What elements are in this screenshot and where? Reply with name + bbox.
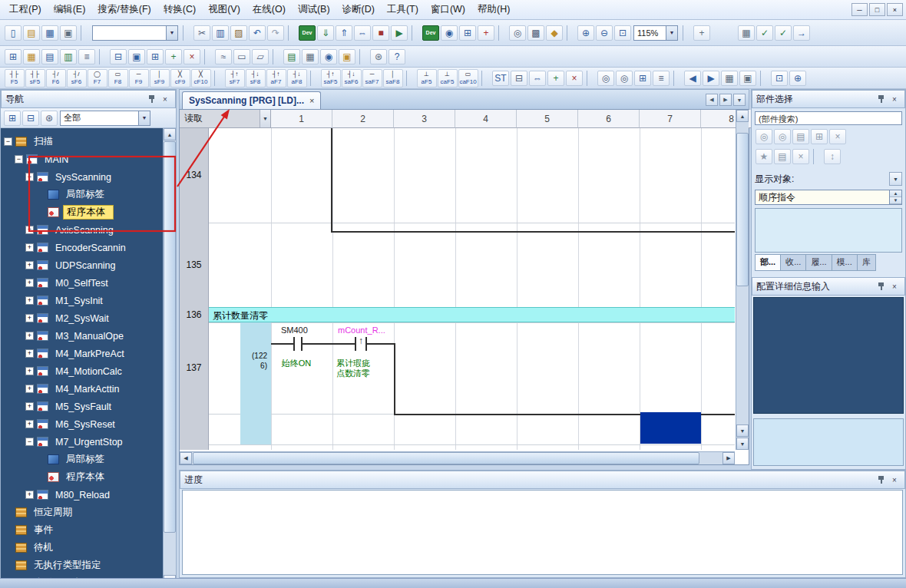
- tab-sysscanning[interactable]: SysScanning [PRG] [LD]... ×: [182, 91, 321, 109]
- invert-result-icon[interactable]: ─saF7: [362, 69, 382, 88]
- paste-icon[interactable]: ▨: [230, 25, 247, 41]
- tree-item[interactable]: +M3_ManualOpe: [1, 327, 163, 345]
- navigation-window-icon[interactable]: ⊞: [5, 49, 21, 64]
- pin-icon[interactable]: [875, 281, 887, 292]
- invert-operation-icon[interactable]: ⊥aF5: [417, 69, 437, 88]
- tree-expand-icon[interactable]: +: [25, 243, 34, 252]
- menu-item[interactable]: 帮助(H): [471, 1, 516, 18]
- rising-pulse-icon[interactable]: ┤↑sF7: [225, 69, 245, 88]
- global-label-icon[interactable]: ▥: [60, 49, 77, 64]
- tree-item[interactable]: +M2_SysWait: [1, 309, 163, 327]
- scroll-down-icon[interactable]: ▼: [736, 424, 749, 437]
- chevron-down-icon[interactable]: ▼: [166, 26, 177, 40]
- stop-monitor-icon[interactable]: ■: [372, 25, 389, 41]
- cascade-windows-icon[interactable]: ▣: [739, 71, 756, 86]
- prev-window-icon[interactable]: ◀: [684, 71, 701, 86]
- tree-expand-icon[interactable]: +: [25, 261, 34, 269]
- module-tool-icon[interactable]: ▣: [339, 49, 355, 64]
- chevron-down-icon[interactable]: ▼: [666, 26, 677, 40]
- recent-project-combo[interactable]: ▼: [92, 25, 178, 41]
- window-arrange-icon[interactable]: ▦: [738, 25, 755, 41]
- restore-button[interactable]: □: [869, 3, 885, 16]
- clear-search-icon[interactable]: ×: [829, 129, 846, 144]
- part-search-input[interactable]: (部件搜索): [755, 111, 902, 125]
- tree-item[interactable]: +M4_MarkActtin: [1, 380, 163, 398]
- tile-windows-icon[interactable]: ▦: [721, 71, 738, 86]
- next-window-icon[interactable]: ▶: [703, 71, 719, 86]
- tree-expand-icon[interactable]: +: [25, 491, 34, 499]
- ladder-horizontal-scrollbar[interactable]: ◀ ▶: [180, 451, 735, 464]
- scroll-page-down-icon[interactable]: ▼: [736, 438, 749, 450]
- falling-pulse-icon[interactable]: ┤↓sF8: [246, 69, 266, 88]
- inline-st-box-icon[interactable]: ⊥caF5: [438, 69, 458, 88]
- fit-width-icon[interactable]: ⊡: [614, 25, 631, 41]
- scroll-thumb[interactable]: [736, 133, 749, 286]
- spinner[interactable]: ▲ ▼: [889, 190, 901, 204]
- tree-expand-icon[interactable]: +: [25, 402, 34, 411]
- tree-item[interactable]: +EncoderScannin: [1, 239, 163, 256]
- parts-tab[interactable]: 收...: [781, 254, 806, 271]
- tree-item[interactable]: +UDPScanning: [1, 256, 163, 274]
- config-detail-input-area[interactable]: [753, 418, 904, 466]
- device-memory-icon[interactable]: ▦: [302, 49, 319, 64]
- menu-item[interactable]: 工程(P): [3, 1, 48, 18]
- bookmark-icon[interactable]: ◆: [546, 25, 563, 41]
- watch-icon[interactable]: ◉: [441, 25, 458, 41]
- menu-item[interactable]: 工具(T): [381, 1, 425, 18]
- pulse-result-icon[interactable]: │saF8: [383, 69, 403, 88]
- tree-item[interactable]: +M80_Reload: [1, 486, 163, 504]
- close-icon[interactable]: ×: [888, 94, 901, 105]
- menu-item[interactable]: 窗口(W): [425, 1, 471, 18]
- ladder-editor[interactable]: 累计数量清零 ↑ SM400 mCount_R... 始终ON 累计瑕疵点数清零…: [179, 109, 749, 465]
- tree-expand-icon[interactable]: +: [25, 349, 34, 358]
- tree-item[interactable]: −MAIN: [1, 150, 163, 168]
- tree-expand-icon[interactable]: +: [25, 314, 34, 322]
- tree-item[interactable]: 局部标签: [1, 186, 163, 203]
- tree-view-icon[interactable]: ⊞: [4, 111, 21, 126]
- menu-item[interactable]: 视图(V): [202, 1, 246, 18]
- cross-reference-icon[interactable]: ⊞: [459, 25, 476, 41]
- delete-mode-icon[interactable]: ×: [566, 71, 583, 86]
- tree-expand-icon[interactable]: +: [25, 226, 34, 234]
- tree-item[interactable]: 待机: [1, 539, 163, 557]
- horizontal-line-icon[interactable]: ─F9: [129, 69, 149, 88]
- pin-icon[interactable]: [875, 474, 887, 486]
- tree-expand-icon[interactable]: +: [25, 279, 34, 287]
- tree-item[interactable]: +M5_SysFault: [1, 398, 163, 415]
- tab-list-icon[interactable]: ▼: [733, 94, 746, 106]
- vertical-line-icon[interactable]: │sF9: [150, 69, 170, 88]
- replace-icon[interactable]: ▩: [527, 25, 544, 41]
- falling-pulse-branch-icon[interactable]: ┤↓aF8: [287, 69, 307, 88]
- close-branch-icon[interactable]: ┤/sF6: [67, 69, 87, 88]
- tree-expand-icon[interactable]: +: [25, 332, 34, 340]
- parts-tab[interactable]: 部...: [755, 254, 781, 271]
- tree-expand-icon[interactable]: +: [25, 296, 34, 305]
- tree-expand-icon[interactable]: +: [25, 420, 34, 428]
- close-icon[interactable]: ×: [888, 474, 901, 486]
- mode-cell[interactable]: 读取 ▼: [180, 110, 271, 128]
- favorites-icon[interactable]: ★: [756, 149, 772, 164]
- watch-window-icon[interactable]: ◉: [320, 49, 337, 64]
- menu-item[interactable]: 在线(O): [246, 1, 292, 18]
- open-project-icon[interactable]: ▤: [23, 25, 40, 41]
- tree-expand-icon[interactable]: +: [25, 367, 34, 375]
- scroll-tabs-left-icon[interactable]: ◀: [706, 94, 718, 106]
- tree-item[interactable]: +M4_MarkPreAct: [1, 345, 163, 362]
- comment-display-icon[interactable]: ≈: [215, 49, 232, 64]
- print-icon[interactable]: ▣: [60, 25, 77, 41]
- tree-item[interactable]: +M6_SysReset: [1, 415, 163, 433]
- save-project-icon[interactable]: ▦: [41, 25, 58, 41]
- contact1-device-label[interactable]: SM400: [281, 325, 308, 335]
- delete-part-icon[interactable]: ×: [792, 149, 809, 164]
- program-check-icon[interactable]: ✓: [775, 25, 792, 41]
- tree-expand-icon[interactable]: +: [25, 385, 34, 393]
- tree-item[interactable]: 程序本体: [1, 468, 163, 486]
- list-display-icon[interactable]: ≡: [653, 71, 670, 86]
- find-contact-coil-icon[interactable]: ⊞: [634, 71, 651, 86]
- expand-parts-icon[interactable]: ⊞: [811, 129, 828, 144]
- rising-pulse-branch-icon[interactable]: ┤↑aF7: [266, 69, 286, 88]
- part-list-icon[interactable]: ▤: [792, 129, 809, 144]
- spin-down-icon[interactable]: ▼: [890, 197, 901, 204]
- chevron-down-icon[interactable]: ▼: [260, 110, 270, 127]
- cut-icon[interactable]: ✂: [193, 25, 210, 41]
